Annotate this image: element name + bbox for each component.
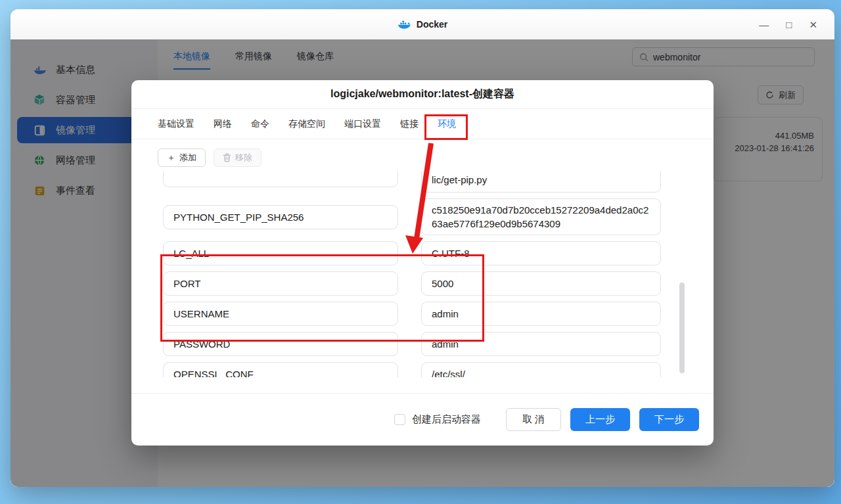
modal-footer: 创建后启动容器 取 消 上一步 下一步 <box>131 393 714 446</box>
tab-network[interactable]: 网络 <box>214 118 232 130</box>
start-after-create-checkbox[interactable] <box>394 414 405 425</box>
add-env-button[interactable]: ＋ 添加 <box>158 149 206 167</box>
start-after-create-group: 创建后启动容器 <box>394 413 481 426</box>
env-value-input[interactable]: c518250e91a70d7b20cceb15272209a4ded2a0c2… <box>421 198 661 235</box>
env-value-input[interactable]: admin <box>421 332 661 356</box>
close-button[interactable]: ✕ <box>809 20 817 30</box>
env-row: LC_ALL C.UTF-8 <box>163 241 714 265</box>
start-after-create-label: 创建后启动容器 <box>412 413 481 426</box>
env-value-input[interactable]: lic/get-pip.py <box>421 171 661 193</box>
env-name-input[interactable] <box>163 171 398 187</box>
create-container-modal: logicjake/webmonitor:latest-创建容器 基础设置 网络… <box>131 80 714 446</box>
env-row: PASSWORD admin <box>163 332 714 356</box>
env-row: lic/get-pip.py <box>163 171 714 193</box>
env-value-input[interactable]: admin <box>421 302 661 326</box>
remove-env-button[interactable]: 移除 <box>214 149 261 167</box>
env-value-input[interactable]: /etc/ssl/ <box>421 362 661 377</box>
env-name-input[interactable]: LC_ALL <box>163 241 398 265</box>
env-value-input[interactable]: C.UTF-8 <box>421 241 661 265</box>
plus-icon: ＋ <box>167 152 175 164</box>
remove-env-label: 移除 <box>235 152 252 164</box>
trash-icon <box>223 153 231 162</box>
titlebar: Docker — □ ✕ <box>11 9 834 39</box>
docker-whale-icon <box>398 19 411 30</box>
env-name-input[interactable]: PYTHON_GET_PIP_SHA256 <box>163 205 398 229</box>
env-row: PYTHON_GET_PIP_SHA256 c518250e91a70d7b20… <box>163 198 714 235</box>
cancel-button[interactable]: 取 消 <box>506 408 561 431</box>
env-row: OPENSSL_CONF /etc/ssl/ <box>163 362 714 377</box>
scrollbar-thumb[interactable] <box>679 283 685 373</box>
env-row: USERNAME admin <box>163 302 714 326</box>
minimize-button[interactable]: — <box>759 20 769 30</box>
window-controls: — □ ✕ <box>759 9 817 39</box>
tab-links[interactable]: 链接 <box>400 118 419 130</box>
env-toolbar: ＋ 添加 移除 <box>131 139 714 167</box>
env-name-input[interactable]: USERNAME <box>163 302 398 326</box>
env-value-input[interactable]: 5000 <box>421 271 661 296</box>
tab-basic-settings[interactable]: 基础设置 <box>158 118 194 130</box>
app-window: Docker — □ ✕ 基本信息 <box>11 9 834 487</box>
window-title: Docker <box>417 19 447 30</box>
next-step-button[interactable]: 下一步 <box>639 408 699 431</box>
add-env-label: 添加 <box>179 152 196 164</box>
env-name-input[interactable]: PORT <box>163 271 398 296</box>
tab-storage[interactable]: 存储空间 <box>288 118 325 130</box>
tab-environment[interactable]: 环境 <box>438 118 456 130</box>
modal-tabs: 基础设置 网络 命令 存储空间 端口设置 链接 环境 <box>131 109 714 139</box>
env-row: PORT 5000 <box>163 271 714 296</box>
tab-ports[interactable]: 端口设置 <box>344 118 381 130</box>
window-title-group: Docker <box>398 19 447 30</box>
env-name-input[interactable]: OPENSSL_CONF <box>163 362 398 377</box>
modal-title: logicjake/webmonitor:latest-创建容器 <box>131 80 714 109</box>
maximize-button[interactable]: □ <box>786 20 792 30</box>
env-name-input[interactable]: PASSWORD <box>163 332 398 356</box>
previous-step-button[interactable]: 上一步 <box>570 408 630 431</box>
tab-command[interactable]: 命令 <box>251 118 269 130</box>
app-body: 基本信息 容器管理 镜像管理 <box>11 39 834 487</box>
env-variable-list: lic/get-pip.py PYTHON_GET_PIP_SHA256 c51… <box>131 171 714 377</box>
